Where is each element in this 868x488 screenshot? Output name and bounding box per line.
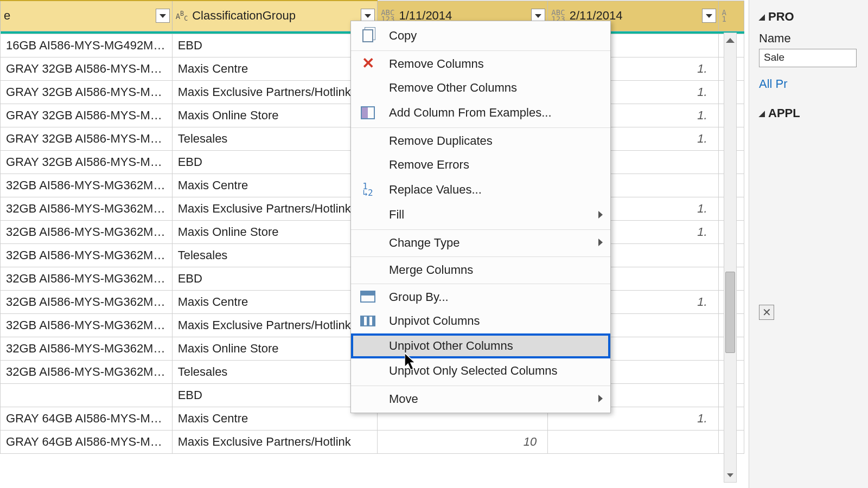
- svg-marker-0: [405, 353, 415, 370]
- menu-fill[interactable]: Fill: [351, 202, 610, 227]
- table-cell[interactable]: Maxis Centre: [172, 174, 378, 197]
- menu-replace-values[interactable]: 1↳2 Replace Values...: [351, 177, 610, 202]
- table-cell[interactable]: 32GB AI586-MYS-MG362MY/A: [1, 290, 173, 313]
- properties-pane: ◢ PRO Name Sale All Pr ◢ APPL ✕: [749, 0, 868, 488]
- table-cell[interactable]: Telesales: [172, 127, 378, 150]
- table-cell[interactable]: Telesales: [172, 243, 378, 267]
- table-cell[interactable]: EBD: [172, 150, 378, 174]
- column-filter-dropdown[interactable]: [702, 9, 716, 23]
- table-cell[interactable]: GRAY 32GB AI586-MYS-MG352...: [1, 127, 173, 150]
- applied-step-row[interactable]: ✕: [759, 305, 864, 320]
- menu-merge-columns[interactable]: Merge Columns: [351, 256, 610, 281]
- table-cell[interactable]: 16GB AI586-MYS-MG492MY/A: [1, 34, 173, 57]
- column-header-next[interactable]: A1: [718, 1, 744, 31]
- table-cell[interactable]: Maxis Exclusive Partners/Hotlink: [172, 80, 378, 104]
- table-cell[interactable]: 32GB AI586-MYS-MG362MY/A: [1, 360, 173, 383]
- table-cell[interactable]: 32GB AI586-MYS-MG362MY/A: [1, 220, 173, 243]
- menu-remove-other-columns[interactable]: Remove Other Columns: [351, 75, 610, 100]
- table-cell[interactable]: Maxis Online Store: [172, 220, 378, 243]
- table-row[interactable]: GRAY 64GB AI586-MYS-MG643Maxis Exclusive…: [1, 430, 744, 453]
- delete-step-icon[interactable]: ✕: [759, 305, 774, 320]
- table-cell[interactable]: Maxis Exclusive Partners/Hotlink: [172, 430, 378, 453]
- menu-remove-columns[interactable]: ✕ Remove Columns: [351, 50, 610, 75]
- column-filter-dropdown[interactable]: [156, 9, 170, 23]
- copy-icon: [360, 28, 376, 44]
- menu-move[interactable]: Move: [351, 386, 610, 410]
- replace-values-icon: 1↳2: [360, 182, 376, 198]
- column-title: ClassificationGroup: [192, 9, 296, 23]
- applied-steps-section-header[interactable]: ◢ APPL: [759, 106, 864, 120]
- column-context-menu: Copy ✕ Remove Columns Remove Other Colum…: [350, 21, 611, 413]
- table-cell[interactable]: 32GB AI586-MYS-MG362MY/A: [1, 174, 173, 197]
- table-cell[interactable]: GRAY 32GB AI586-MYS-MG352...: [1, 57, 173, 80]
- menu-unpivot-columns[interactable]: Unpivot Columns: [351, 309, 610, 333]
- table-cell[interactable]: 32GB AI586-MYS-MG362MY/A: [1, 197, 173, 220]
- table-cell[interactable]: GRAY 32GB AI586-MYS-MG352...: [1, 104, 173, 127]
- table-cell[interactable]: Maxis Online Store: [172, 337, 378, 360]
- table-cell[interactable]: Maxis Exclusive Partners/Hotlink: [172, 197, 378, 220]
- table-cell[interactable]: Telesales: [172, 360, 378, 383]
- name-label: Name: [759, 31, 864, 46]
- table-cell[interactable]: Maxis Centre: [172, 290, 378, 313]
- menu-unpivot-only-selected-columns[interactable]: Unpivot Only Selected Columns: [351, 358, 610, 383]
- table-cell[interactable]: Maxis Exclusive Partners/Hotlink: [172, 313, 378, 337]
- scroll-up-button[interactable]: [724, 33, 736, 47]
- all-properties-link[interactable]: All Pr: [759, 77, 864, 91]
- table-cell[interactable]: Maxis Centre: [172, 407, 378, 430]
- menu-copy[interactable]: Copy: [351, 23, 610, 48]
- table-cell[interactable]: 32GB AI586-MYS-MG362MY/A: [1, 313, 173, 337]
- table-cell[interactable]: GRAY 64GB AI586-MYS-MG643...: [1, 407, 173, 430]
- unpivot-icon: [360, 313, 376, 329]
- menu-remove-duplicates[interactable]: Remove Duplicates: [351, 127, 610, 152]
- column-header-product[interactable]: e: [1, 1, 173, 31]
- column-header-classification[interactable]: ABC ClassificationGroup: [172, 1, 378, 31]
- table-cell[interactable]: EBD: [172, 383, 378, 407]
- column-title: e: [4, 9, 10, 23]
- table-cell[interactable]: EBD: [172, 34, 378, 57]
- scroll-down-button[interactable]: [724, 468, 736, 482]
- table-cell[interactable]: [1, 383, 173, 407]
- menu-unpivot-other-columns[interactable]: Unpivot Other Columns: [351, 333, 610, 358]
- table-cell[interactable]: GRAY 32GB AI586-MYS-MG352...: [1, 80, 173, 104]
- datatype-text-icon: ABC: [176, 10, 188, 22]
- menu-change-type[interactable]: Change Type: [351, 229, 610, 254]
- table-cell[interactable]: 32GB AI586-MYS-MG362MY/A: [1, 243, 173, 267]
- group-by-icon: [360, 288, 376, 305]
- menu-add-column-from-examples[interactable]: Add Column From Examples...: [351, 100, 610, 125]
- table-cell[interactable]: GRAY 64GB AI586-MYS-MG643: [1, 430, 173, 453]
- submenu-arrow-icon: [598, 239, 603, 246]
- submenu-arrow-icon: [598, 395, 603, 402]
- collapse-icon: ◢: [759, 109, 765, 118]
- submenu-arrow-icon: [598, 211, 603, 219]
- table-cell[interactable]: EBD: [172, 267, 378, 290]
- add-column-icon: [360, 105, 376, 121]
- table-cell[interactable]: 32GB AI586-MYS-MG362MY/A: [1, 337, 173, 360]
- table-cell[interactable]: GRAY 32GB AI586-MYS-MG352...: [1, 150, 173, 174]
- table-cell[interactable]: Maxis Centre: [172, 57, 378, 80]
- table-cell[interactable]: [548, 430, 718, 453]
- remove-columns-icon: ✕: [360, 55, 376, 72]
- table-cell[interactable]: 10: [378, 430, 548, 453]
- table-cell[interactable]: Maxis Online Store: [172, 104, 378, 127]
- table-cell[interactable]: 32GB AI586-MYS-MG362MY/A: [1, 267, 173, 290]
- datatype-any-icon: A1: [722, 9, 726, 22]
- properties-section-header[interactable]: ◢ PRO: [759, 10, 864, 24]
- menu-group-by[interactable]: Group By...: [351, 284, 610, 309]
- query-name-input[interactable]: Sale: [759, 49, 857, 67]
- collapse-icon: ◢: [759, 12, 765, 21]
- scroll-thumb[interactable]: [725, 272, 735, 353]
- vertical-scrollbar[interactable]: [724, 33, 737, 483]
- menu-remove-errors[interactable]: Remove Errors: [351, 152, 610, 177]
